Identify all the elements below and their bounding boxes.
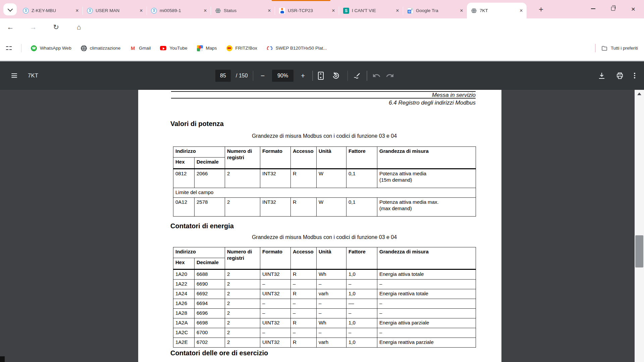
tab-i-cant-view[interactable]: S I CAN'T VIE ×: [339, 3, 403, 18]
forward-button[interactable]: →: [28, 22, 38, 32]
seneca-favicon: S: [23, 8, 29, 14]
print-icon[interactable]: [616, 72, 624, 80]
tab-7kt-active[interactable]: 7KT ×: [467, 3, 527, 18]
tab-user-man[interactable]: S USER MAN ×: [83, 3, 147, 18]
bookmark-swep[interactable]: SWEP B120THx50 Plat...: [267, 45, 327, 51]
scrollbar-up-arrow[interactable]: [637, 93, 641, 95]
youtube-icon: [160, 46, 166, 51]
zoom-in-button[interactable]: +: [299, 72, 307, 80]
table-cell: 1,0: [346, 338, 377, 348]
chevron-down-icon: [7, 6, 13, 12]
close-window-button[interactable]: ×: [623, 0, 643, 17]
table-cell: 1A2A: [173, 318, 195, 328]
bookmark-whatsapp[interactable]: ☎ WhatsApp Web: [31, 45, 71, 51]
annotate-pen-icon[interactable]: [353, 71, 362, 80]
table-header-cell: Formato: [260, 247, 291, 269]
bookmark-label: climatizzazione: [90, 46, 121, 51]
back-button[interactable]: ←: [5, 22, 15, 32]
table-cell: 1,0: [346, 318, 377, 328]
tab-status[interactable]: Status ×: [211, 3, 275, 18]
separator: [347, 71, 348, 81]
seneca-letter: S: [89, 9, 91, 12]
undo-icon[interactable]: [372, 71, 381, 80]
modbus-table-potenza: IndirizzoNumero di registriFormatoAccess…: [173, 146, 476, 217]
download-icon[interactable]: [598, 72, 606, 80]
close-tab-icon[interactable]: ×: [266, 7, 273, 14]
table-cell: 1,0: [346, 289, 377, 299]
separator: [21, 44, 22, 52]
tab-z-key-mbu[interactable]: S Z-KEY-MBU ×: [19, 3, 83, 18]
swep-icon: [267, 45, 273, 51]
bookmark-youtube[interactable]: YouTube: [160, 46, 187, 51]
table-cell: 6698: [195, 318, 225, 328]
close-icon: ×: [631, 5, 635, 12]
tab-group-indicator: [272, 0, 330, 1]
header-rule-bottom: [171, 98, 476, 99]
close-tab-icon[interactable]: ×: [202, 7, 209, 14]
tab-search-button[interactable]: [3, 3, 17, 15]
separator: [595, 44, 596, 52]
table-cell: –: [317, 309, 346, 318]
table-cell: UINT32: [260, 289, 291, 299]
reload-button[interactable]: ↻: [51, 22, 61, 32]
tab-label: Z-KEY-MBU: [32, 8, 71, 13]
bookmark-label: Maps: [206, 46, 217, 51]
table-header-cell: Decimale: [195, 258, 225, 269]
new-tab-button[interactable]: +: [535, 4, 547, 15]
table-cell: R: [291, 338, 317, 348]
table-cell: 2: [225, 318, 260, 328]
seneca-letter: S: [153, 9, 155, 12]
close-tab-icon[interactable]: ×: [138, 7, 145, 14]
close-tab-icon[interactable]: ×: [394, 7, 401, 14]
table-cell: 1A2E: [173, 338, 195, 348]
page-number-input[interactable]: 85: [215, 70, 231, 82]
menu-icon[interactable]: [11, 73, 17, 78]
fit-to-page-icon[interactable]: [318, 72, 324, 80]
restore-button[interactable]: [603, 0, 623, 17]
section-heading-ore: Contatori delle ore di esercizio: [170, 349, 268, 357]
table-header-cell: Numero di registri: [225, 247, 260, 269]
minimize-button[interactable]: [583, 0, 603, 17]
table-cell: 2: [225, 299, 260, 309]
bookmark-climatizzazione[interactable]: climatizzazione: [81, 45, 121, 51]
scrollbar-thumb[interactable]: [635, 235, 643, 267]
redo-icon[interactable]: [386, 71, 394, 80]
tab-mi00589[interactable]: S mi00589-1 ×: [147, 3, 211, 18]
table-cell: 0812: [173, 169, 195, 188]
home-button[interactable]: ⌂: [74, 22, 84, 32]
gmail-icon: M: [130, 45, 136, 51]
browser-window: S Z-KEY-MBU × S USER MAN × S mi00589-1 ×: [0, 0, 644, 362]
globe-favicon: [215, 8, 221, 14]
rotate-icon[interactable]: [331, 71, 340, 80]
siemens-support-favicon: S: [343, 8, 349, 14]
tab-label: Google Tra: [416, 8, 455, 13]
table-cell: –: [317, 280, 346, 289]
bookmark-maps[interactable]: Maps: [197, 45, 217, 51]
apps-grid-icon[interactable]: [6, 45, 12, 51]
close-tab-icon[interactable]: ×: [518, 7, 525, 14]
table-cell: Wh: [317, 269, 346, 280]
bookmark-fritzbox[interactable]: FRITZ!Box: [226, 45, 257, 51]
table-cell: W: [317, 169, 346, 188]
scrollbar-track[interactable]: [635, 90, 644, 362]
close-tab-icon[interactable]: ×: [458, 7, 465, 14]
table-header-cell: Unità: [317, 147, 346, 169]
close-tab-icon[interactable]: ×: [74, 7, 80, 14]
table-cell: –: [291, 309, 317, 318]
tab-google-translate[interactable]: G T Google Tra ×: [403, 3, 467, 18]
close-tab-icon[interactable]: ×: [330, 7, 337, 14]
pdf-title: 7KT: [28, 72, 38, 79]
bookmark-label: SWEP B120THx50 Plat...: [276, 46, 327, 51]
bookmark-gmail[interactable]: M Gmail: [130, 45, 151, 51]
tab-usr-tcp232[interactable]: USR-TCP23 ×: [275, 3, 339, 18]
pdf-page: Messa in servizio 6.4 Registro degli ind…: [138, 90, 501, 362]
bookmarks-right: Tutti i preferiti: [595, 44, 638, 52]
table-cell: INT32: [260, 169, 291, 188]
all-bookmarks-folder[interactable]: Tutti i preferiti: [601, 45, 638, 52]
zoom-out-button[interactable]: −: [258, 72, 267, 80]
zoom-level-input[interactable]: 90%: [272, 70, 293, 82]
table-cell: Energia reattiva parziale: [377, 338, 476, 348]
table-cell: 6694: [195, 299, 225, 309]
pdf-more-menu-icon[interactable]: [634, 73, 635, 78]
pdf-toolbar-left: 7KT: [11, 61, 38, 90]
